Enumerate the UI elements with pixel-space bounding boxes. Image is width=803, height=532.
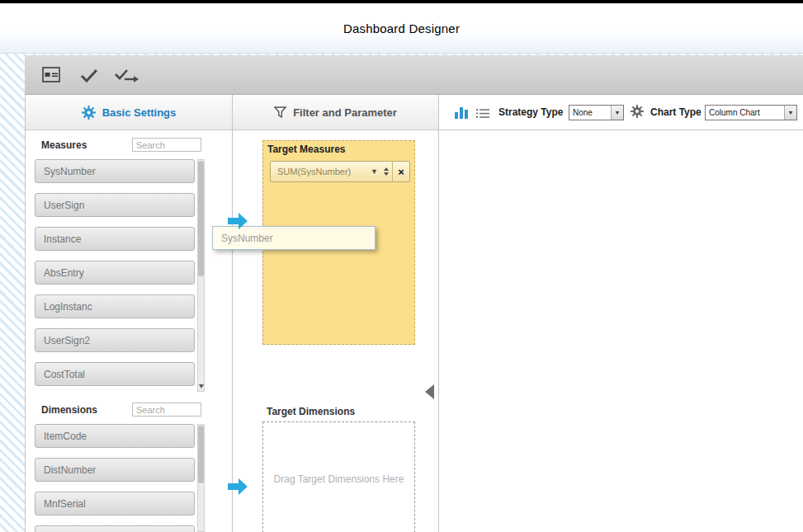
strategy-settings-button[interactable] [631, 105, 644, 121]
measure-item[interactable]: UserSign2 [35, 328, 195, 352]
chevron-down-icon: ▼ [368, 167, 380, 176]
chart-canvas [439, 130, 803, 532]
tab-basic-settings[interactable]: Basic Settings [25, 95, 233, 130]
dimensions-label: Dimensions [41, 404, 97, 416]
measure-item[interactable]: UserSign [35, 193, 195, 217]
main-toolbar [25, 55, 803, 95]
panel-icon [42, 67, 60, 82]
measure-item[interactable]: CostTotal [35, 362, 195, 386]
page-title: Dashboard Designer [343, 21, 460, 35]
column-chart-view-button[interactable] [454, 106, 469, 122]
collapse-left-icon[interactable] [425, 384, 434, 399]
column-chart-icon [454, 106, 469, 119]
check-icon [79, 68, 99, 82]
selected-measure-dropdown[interactable]: SUM(SysNumber) ▼ × [270, 161, 410, 182]
scroll-down-icon[interactable] [198, 384, 204, 389]
strategy-type-value: None [569, 108, 611, 117]
measures-label: Measures [41, 139, 87, 151]
measure-item[interactable]: AbsEntry [35, 261, 195, 285]
dimension-item[interactable]: MnfSerial [35, 492, 195, 516]
measures-scrollbar[interactable] [197, 159, 205, 392]
measure-item[interactable]: Instance [35, 227, 195, 251]
gear-icon [631, 105, 644, 118]
panel-view-button[interactable] [37, 61, 65, 89]
selected-measure-value: SUM(SysNumber) [271, 167, 368, 177]
chevron-down-icon: ▼ [611, 106, 623, 120]
chart-toolbar: Strategy Type None ▼ Chart Type Column C… [439, 95, 803, 130]
funnel-icon [274, 106, 286, 118]
dimension-item[interactable]: DistNumber [35, 458, 195, 482]
scrollbar-thumb[interactable] [198, 426, 204, 483]
updown-icon [380, 167, 392, 176]
measure-item[interactable]: LogInstanc [35, 294, 195, 318]
dimension-item[interactable] [35, 525, 195, 532]
dashboard-designer-screen: Dashboard Designer [0, 0, 803, 532]
tab-filter-and-parameter-label: Filter and Parameter [293, 106, 397, 119]
list-view-button[interactable] [476, 107, 489, 122]
remove-measure-button[interactable]: × [392, 162, 409, 181]
tab-filter-and-parameter[interactable]: Filter and Parameter [233, 95, 439, 130]
measures-search-input[interactable] [132, 138, 201, 152]
chart-type-select[interactable]: Column Chart ▼ [705, 105, 797, 120]
target-dimensions-dropzone[interactable]: Drag Target Dimensions Here [262, 421, 415, 532]
list-icon [476, 108, 489, 119]
chart-type-label: Chart Type [650, 106, 701, 118]
dimension-item[interactable]: ItemCode [35, 424, 195, 448]
arrow-right-icon[interactable] [228, 478, 248, 496]
apply-button[interactable] [75, 61, 103, 89]
target-dimensions-placeholder: Drag Target Dimensions Here [273, 473, 405, 532]
dimensions-search-input[interactable] [132, 403, 201, 417]
target-dimensions-label: Target Dimensions [267, 406, 355, 417]
dimensions-scrollbar[interactable] [197, 424, 205, 532]
scrollbar-thumb[interactable] [198, 161, 204, 276]
tab-basic-settings-label: Basic Settings [102, 106, 177, 119]
drag-ghost-label: SysNumber [221, 233, 273, 244]
app-header: Dashboard Designer [0, 3, 803, 54]
strategy-type-select[interactable]: None ▼ [569, 105, 624, 120]
arrow-right-icon[interactable] [228, 212, 248, 230]
check-arrow-icon [114, 67, 140, 83]
target-measures-label: Target Measures [267, 144, 345, 155]
gear-icon [82, 106, 96, 120]
measure-item[interactable]: SysNumber [35, 159, 195, 183]
chevron-down-icon: ▼ [784, 106, 796, 120]
strategy-type-label: Strategy Type [498, 106, 563, 118]
apply-and-continue-button[interactable] [113, 61, 141, 89]
chart-type-value: Column Chart [706, 108, 784, 117]
